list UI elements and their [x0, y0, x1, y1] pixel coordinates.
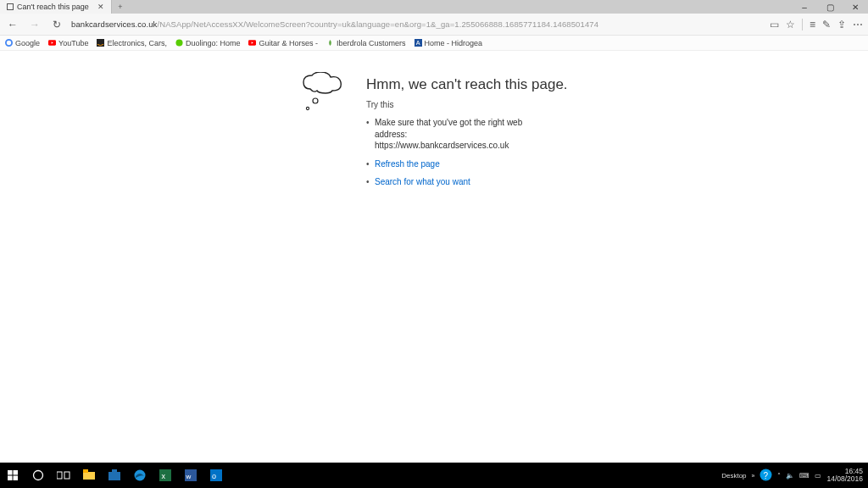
try-this-label: Try this [366, 100, 393, 109]
cortana-button[interactable] [25, 463, 51, 488]
word-button[interactable]: w [178, 463, 203, 488]
back-button[interactable]: ← [5, 19, 20, 30]
toolbar: ← → ↻ bankcardservices.co.uk/NASApp/NetA… [0, 14, 868, 36]
fav-hidrogea[interactable]: AHome - Hidrogea [415, 39, 483, 47]
titlebar: Can't reach this page ✕ + – ▢ ✕ [0, 0, 868, 14]
hidrogea-icon: A [415, 39, 422, 47]
fav-duolingo[interactable]: Duolingo: Home [175, 39, 241, 47]
tab-title: Can't reach this page [17, 3, 89, 11]
search-link[interactable]: Search for what you want [375, 177, 470, 186]
outlook-button[interactable]: o [203, 463, 229, 488]
fav-iberdrola[interactable]: Iberdrola Customers [326, 39, 406, 47]
close-tab-icon[interactable]: ✕ [97, 3, 104, 11]
clock[interactable]: 16:45 14/08/2016 [826, 468, 863, 483]
desktop-toolbar-label[interactable]: Desktop [721, 472, 746, 480]
svg-point-0 [6, 40, 12, 46]
hub-icon[interactable]: ≡ [810, 19, 815, 30]
svg-rect-9 [8, 470, 13, 475]
svg-text:?: ? [764, 470, 769, 480]
svg-rect-12 [13, 475, 18, 480]
svg-point-13 [34, 471, 43, 480]
refresh-link[interactable]: Refresh the page [375, 159, 440, 169]
excel-button[interactable]: x [153, 463, 178, 488]
svg-rect-17 [83, 469, 88, 473]
suggestion-check-address: Make sure that you've got the right web … [366, 117, 553, 152]
refresh-button[interactable]: ↻ [49, 19, 64, 30]
fav-google[interactable]: Google [5, 39, 40, 47]
favorites-bar: Google YouTube Electronics, Cars, Duolin… [0, 36, 868, 51]
help-tray-icon[interactable]: ? [760, 469, 772, 483]
new-tab-button[interactable]: + [112, 3, 129, 11]
share-icon[interactable]: ⇪ [837, 19, 846, 30]
reading-view-icon[interactable]: ▭ [770, 19, 779, 30]
browser-tab[interactable]: Can't reach this page ✕ [0, 0, 112, 14]
page-icon [7, 3, 14, 10]
error-heading: Hmm, we can't reach this page. [366, 76, 568, 93]
taskbar: x w o Desktop » ? ˄ 🔈 ⌨ ▭ 16:45 14/08/20… [0, 463, 868, 488]
youtube-icon [48, 39, 56, 47]
suggestion-list: Make sure that you've got the right web … [366, 117, 553, 195]
separator [802, 19, 803, 30]
url-path: /NASApp/NetAccessXX/WelcomeScreen?countr… [157, 19, 598, 29]
duolingo-icon [175, 39, 183, 47]
svg-text:o: o [212, 472, 216, 480]
svg-text:x: x [162, 472, 166, 480]
url-host: bankcardservices.co.uk [71, 19, 157, 29]
youtube-icon [248, 39, 256, 47]
fav-amazon[interactable]: Electronics, Cars, [97, 39, 167, 47]
svg-rect-14 [57, 472, 62, 479]
task-view-button[interactable] [51, 463, 76, 488]
page-content: Hmm, we can't reach this page. Try this … [0, 51, 868, 463]
svg-rect-19 [112, 469, 117, 473]
thought-cloud-icon [300, 72, 351, 119]
favorite-star-icon[interactable]: ☆ [786, 19, 795, 30]
desktop-chevron-icon[interactable]: » [752, 473, 755, 479]
fav-guitar[interactable]: Guitar & Horses - [248, 39, 318, 47]
address-bar[interactable]: bankcardservices.co.uk/NASApp/NetAccessX… [71, 19, 763, 29]
volume-icon[interactable]: 🔈 [786, 472, 794, 480]
iberdrola-icon [326, 39, 334, 47]
file-explorer-button[interactable] [76, 463, 102, 488]
suggestion-search: Search for what you want [366, 176, 553, 188]
language-icon[interactable]: ⌨ [799, 472, 810, 480]
forward-button[interactable]: → [27, 19, 42, 30]
store-button[interactable] [102, 463, 127, 488]
close-window-button[interactable]: ✕ [843, 3, 868, 12]
start-button[interactable] [0, 463, 25, 488]
svg-point-7 [313, 98, 318, 103]
suggestion-refresh: Refresh the page [366, 158, 553, 170]
tray-chevron-icon[interactable]: ˄ [777, 472, 781, 480]
svg-rect-16 [83, 472, 95, 480]
date: 14/08/2016 [826, 475, 863, 483]
edge-button[interactable] [127, 463, 153, 488]
more-icon[interactable]: ⋯ [853, 19, 863, 30]
svg-point-8 [306, 107, 309, 109]
svg-point-3 [175, 39, 182, 46]
svg-text:w: w [186, 473, 192, 480]
svg-rect-10 [13, 470, 18, 475]
maximize-button[interactable]: ▢ [817, 3, 843, 12]
svg-rect-11 [8, 475, 13, 480]
amazon-icon [97, 39, 104, 47]
minimize-button[interactable]: – [792, 3, 817, 12]
action-center-icon[interactable]: ▭ [815, 472, 821, 480]
svg-rect-18 [108, 472, 120, 480]
svg-text:A: A [415, 39, 420, 47]
svg-rect-15 [64, 472, 70, 479]
fav-youtube[interactable]: YouTube [48, 39, 88, 47]
webnote-icon[interactable]: ✎ [822, 19, 831, 30]
google-icon [5, 39, 13, 47]
